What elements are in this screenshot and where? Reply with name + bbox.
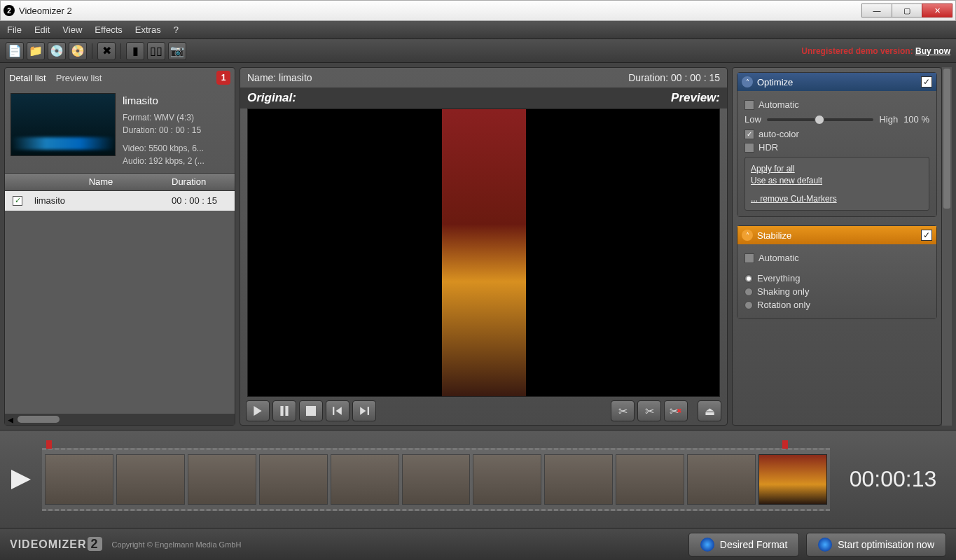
menu-help[interactable]: ?: [174, 24, 179, 35]
preview-duration: Duration: 00 : 00 : 15: [628, 72, 720, 83]
automatic-checkbox[interactable]: [744, 100, 754, 110]
menubar: File Edit View Effects Extras ?: [0, 21, 956, 39]
right-panel: ˄ Optimize ✓ Automatic Low High 100 % ✓a…: [732, 67, 942, 426]
optimize-links: Apply for all Use as new default ... rem…: [744, 157, 929, 211]
desired-format-button[interactable]: Desired Format: [688, 533, 799, 556]
demo-banner: Unregistered demo version: Buy now: [801, 46, 950, 56]
menu-view[interactable]: View: [62, 24, 82, 35]
frame-thumb[interactable]: [616, 454, 684, 505]
minimize-button[interactable]: —: [861, 4, 892, 18]
right-scrollbar[interactable]: [942, 67, 952, 426]
menu-file[interactable]: File: [7, 24, 22, 35]
label-preview: Preview:: [671, 91, 720, 105]
frame-thumb[interactable]: [544, 454, 613, 505]
frame-thumb[interactable]: [188, 454, 256, 505]
radio-shaking[interactable]: [744, 288, 753, 296]
list-body: [5, 211, 235, 414]
footer: VIDEOMIZER2 Copyright © Engelmann Media …: [0, 528, 956, 560]
step-back-button[interactable]: [326, 400, 349, 421]
tab-detail-list[interactable]: Detail list: [9, 73, 46, 83]
cut-start-button[interactable]: ✂: [611, 400, 635, 421]
frame-thumb[interactable]: [259, 454, 328, 505]
list-row[interactable]: ✓ limasito 00 : 00 : 15: [5, 191, 235, 211]
toolbar-disc1-icon[interactable]: 💿: [48, 42, 66, 60]
col-duration[interactable]: Duration: [172, 176, 235, 187]
frame-thumb[interactable]: [116, 454, 185, 505]
list-scrollbar[interactable]: ◂: [5, 414, 235, 425]
toolbar-add-file-icon[interactable]: 📄: [6, 42, 24, 60]
toolbar-camera-icon[interactable]: 📷: [168, 42, 186, 60]
row-duration: 00 : 00 : 15: [172, 195, 235, 206]
frame-thumb[interactable]: [473, 454, 541, 505]
tab-preview-list[interactable]: Preview list: [56, 73, 102, 83]
row-name: limasito: [30, 195, 172, 206]
frame-thumb[interactable]: [331, 454, 399, 505]
svg-rect-4: [368, 407, 369, 415]
start-optimisation-button[interactable]: Start optimisation now: [806, 533, 946, 556]
maximize-button[interactable]: ▢: [892, 4, 922, 18]
collapse-icon[interactable]: ˄: [742, 230, 753, 241]
optimize-header[interactable]: ˄ Optimize ✓: [737, 73, 936, 91]
remove-markers-link[interactable]: ... remove Cut-Markers: [751, 194, 923, 204]
toolbar-add-folder-icon[interactable]: 📁: [27, 42, 45, 60]
filmstrip[interactable]: [42, 448, 830, 511]
collapse-icon[interactable]: ˄: [742, 76, 753, 88]
frame-thumb[interactable]: [45, 454, 113, 505]
cut-marker-end[interactable]: [782, 440, 788, 449]
menu-edit[interactable]: Edit: [34, 24, 50, 35]
logo: VIDEOMIZER2: [10, 537, 102, 552]
svg-rect-2: [306, 406, 316, 416]
stabilize-checkbox[interactable]: ✓: [921, 230, 932, 241]
row-checkbox[interactable]: ✓: [13, 196, 22, 206]
cut-delete-button[interactable]: ✂✖: [664, 400, 688, 421]
close-button[interactable]: ✕: [922, 4, 952, 18]
video-thumbnail[interactable]: [11, 93, 116, 156]
titlebar: 2 Videomizer 2 — ▢ ✕: [0, 0, 956, 21]
quality-slider[interactable]: [767, 118, 874, 121]
pause-button[interactable]: [272, 400, 296, 421]
toolbar-split-view-icon[interactable]: ▯▯: [147, 42, 165, 60]
video-format: Format: WMV (4:3): [123, 111, 205, 124]
apply-all-link[interactable]: Apply for all: [751, 164, 923, 174]
frame-thumb-current[interactable]: [758, 454, 827, 505]
step-forward-button[interactable]: [352, 400, 376, 421]
gear-icon: [700, 538, 714, 552]
timeline-play-button[interactable]: [7, 465, 35, 493]
cut-end-button[interactable]: ✂: [637, 400, 661, 421]
toolbar: 📄 📁 💿 📀 ✖ ▮ ▯▯ 📷 Unregistered demo versi…: [0, 39, 956, 63]
optimize-checkbox[interactable]: ✓: [921, 76, 932, 88]
stab-automatic-checkbox[interactable]: [744, 253, 754, 263]
play-icon: [818, 538, 832, 552]
stabilize-header[interactable]: ˄ Stabilize ✓: [737, 226, 936, 244]
radio-rotation[interactable]: [744, 301, 753, 309]
radio-everything[interactable]: [744, 274, 753, 283]
preview-name: Name: limasito: [247, 72, 312, 83]
video-name: limasito: [123, 93, 205, 109]
toolbar-disc2-icon[interactable]: 📀: [69, 42, 87, 60]
copyright: Copyright © Engelmann Media GmbH: [112, 540, 242, 549]
quality-percent: 100 %: [903, 114, 929, 125]
video-preview[interactable]: [247, 108, 720, 397]
stop-button[interactable]: [299, 400, 323, 421]
list-header: Name Duration: [5, 173, 235, 191]
eject-button[interactable]: ⏏: [698, 400, 721, 421]
menu-effects[interactable]: Effects: [95, 24, 123, 35]
video-info: limasito Format: WMV (4:3) Duration: 00 …: [5, 88, 235, 173]
video-duration: Duration: 00 : 00 : 15: [123, 124, 205, 136]
frame-thumb[interactable]: [402, 454, 471, 505]
new-default-link[interactable]: Use as new default: [751, 176, 923, 186]
svg-rect-3: [333, 407, 334, 415]
cut-marker-start[interactable]: [46, 440, 52, 449]
autocolor-checkbox[interactable]: ✓: [744, 130, 754, 139]
toolbar-single-view-icon[interactable]: ▮: [126, 42, 144, 60]
hdr-checkbox[interactable]: [744, 143, 754, 153]
label-original: Original:: [247, 91, 296, 105]
buy-now-link[interactable]: Buy now: [915, 46, 950, 56]
play-button[interactable]: [246, 400, 270, 421]
menu-extras[interactable]: Extras: [135, 24, 161, 35]
toolbar-remove-icon[interactable]: ✖: [97, 42, 116, 60]
frame-thumb[interactable]: [687, 454, 756, 505]
col-name[interactable]: Name: [30, 176, 172, 187]
playback-controls: ✂ ✂ ✂✖ ⏏: [240, 397, 727, 425]
audio-spec: Audio: 192 kbps, 2 (...: [123, 155, 205, 167]
